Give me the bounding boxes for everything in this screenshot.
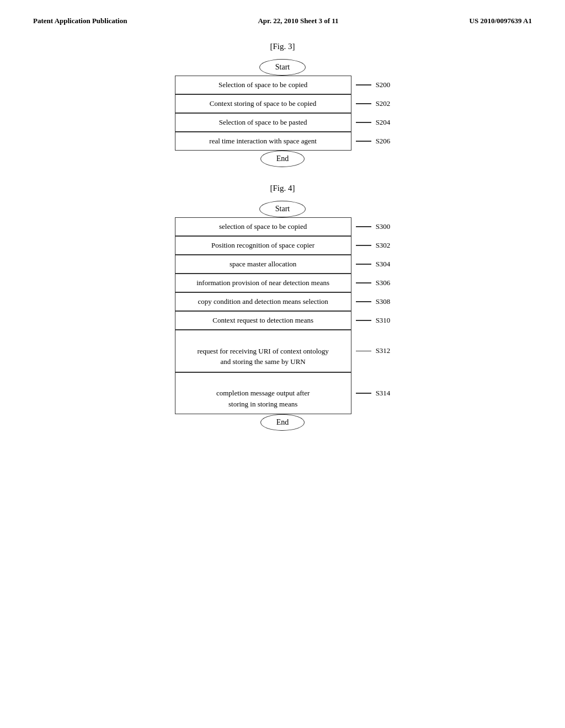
fig4-step-s312-rect: request for receiving URI of context ont… (175, 330, 351, 372)
fig4-step-s300-rect: selection of space to be copied (175, 217, 351, 236)
fig4-step-s302-label: S302 (376, 241, 391, 250)
fig3-end-oval: End (260, 151, 305, 167)
fig3-step-s204-row: Selection of space to be pasted S204 (175, 113, 391, 132)
fig3-step-s206-rect: real time interaction with space agent (175, 132, 351, 151)
fig4-step-s304-rect: space master allocation (175, 255, 351, 274)
fig3-title: [Fig. 3] (270, 42, 295, 51)
fig3-step-s202-row: Context storing of space to be copied S2… (175, 94, 391, 113)
fig4-start-oval: Start (259, 201, 306, 217)
fig4-step-s300-label: S300 (376, 222, 391, 231)
fig4-title: [Fig. 4] (270, 184, 295, 193)
fig4-step-s312-row: request for receiving URI of context ont… (175, 330, 391, 372)
fig4-step-s306-rect: information provision of near detection … (175, 274, 351, 292)
fig3-step-s202-label: S202 (376, 99, 391, 108)
fig4-step-s312-label: S312 (376, 346, 391, 355)
header-center: Apr. 22, 2010 Sheet 3 of 11 (258, 17, 338, 25)
fig4-end-oval: End (260, 414, 305, 431)
fig4-step-s314-row: completion message output after storing … (175, 372, 391, 415)
fig4-step-s314-label: S314 (376, 389, 391, 398)
fig3-step-s202-rect: Context storing of space to be copied (175, 94, 351, 113)
fig4-step-s302-rect: Position recognition of space copier (175, 236, 351, 255)
fig4-step-s308-row: copy condition and detection means selec… (175, 292, 391, 311)
fig4-step-s304-row: space master allocation S304 (175, 255, 391, 274)
page-header: Patent Application Publication Apr. 22, … (33, 17, 532, 25)
fig4-step-s308-label: S308 (376, 297, 391, 306)
fig3-step-s200-rect: Selection of space to be copied (175, 76, 351, 94)
fig3-step-s200-label: S200 (376, 81, 391, 89)
fig4-step-s304-label: S304 (376, 260, 391, 269)
fig3-step-s200-row: Selection of space to be copied S200 (175, 76, 391, 94)
fig4-step-s308-rect: copy condition and detection means selec… (175, 292, 351, 311)
fig4-step-s302-row: Position recognition of space copier S30… (175, 236, 391, 255)
fig4-step-s306-label: S306 (376, 279, 391, 287)
fig4-step-s300-row: selection of space to be copied S300 (175, 217, 391, 236)
figures-container: [Fig. 3] Start Selection of space to be … (33, 42, 532, 436)
fig3-start-oval: Start (259, 59, 306, 76)
figure-4-section: [Fig. 4] Start selection of space to be … (175, 184, 391, 431)
fig3-step-s206-row: real time interaction with space agent S… (175, 132, 391, 151)
fig4-step-s314-rect: completion message output after storing … (175, 372, 351, 415)
figure-3-section: [Fig. 3] Start Selection of space to be … (175, 42, 391, 167)
fig4-step-s310-rect: Context request to detection means (175, 311, 351, 330)
fig4-flowchart: Start selection of space to be copied S3… (175, 201, 391, 431)
fig4-step-s310-label: S310 (376, 316, 391, 325)
page: Patent Application Publication Apr. 22, … (0, 0, 565, 728)
fig4-step-s306-row: information provision of near detection … (175, 274, 391, 292)
fig3-step-s204-label: S204 (376, 118, 391, 127)
fig4-step-s310-row: Context request to detection means S310 (175, 311, 391, 330)
header-left: Patent Application Publication (33, 17, 127, 25)
fig3-step-s206-label: S206 (376, 137, 391, 146)
fig3-step-s204-rect: Selection of space to be pasted (175, 113, 351, 132)
header-right: US 2010/0097639 A1 (470, 17, 532, 25)
fig3-flowchart: Start Selection of space to be copied S2… (175, 59, 391, 167)
